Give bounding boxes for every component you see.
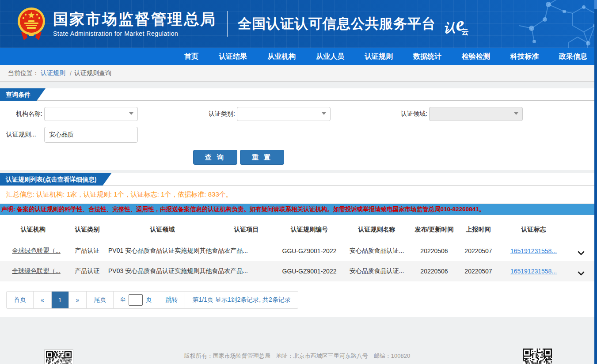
cell-field: PV01 安心品质食品认证实施规则其他食品农产品...: [108, 241, 217, 261]
org-link[interactable]: 全球绿色联盟（...: [12, 247, 61, 254]
renyun-logo-ren: 认: [444, 20, 456, 36]
cert-field-label: 认证领域:: [395, 110, 429, 118]
pagination-next-button[interactable]: »: [69, 292, 87, 308]
cert-field-select: [429, 107, 523, 121]
cell-report-date: 20220507: [457, 261, 499, 281]
pagination-prev-button[interactable]: «: [34, 292, 52, 308]
qr-code-left: [44, 349, 73, 364]
nav-item-inspection[interactable]: 检验检测: [462, 48, 490, 65]
page: 国家市场监督管理总局 State Administration for Mark…: [0, 0, 597, 364]
goto-page-input[interactable]: [129, 294, 143, 306]
org-link[interactable]: 全球绿色联盟（...: [12, 267, 61, 274]
cell-type: 产品认证: [66, 241, 108, 261]
pagination-info: 第1/1页 显示1到2条记录, 共2条记录: [185, 292, 298, 308]
copyright-text: 版权所有：国家市场监督管理总局 地址：北京市西城区三里河东路八号 邮编：1008…: [0, 352, 594, 360]
nav-item-cert-results[interactable]: 认证结果: [219, 48, 247, 65]
pagination-first-button[interactable]: 首页: [7, 292, 34, 308]
goto-label-to: 至: [120, 296, 126, 304]
rule-list-section: 认证规则列表(点击查看详细信息) 汇总信息: 认证机构: 1家，认证规则: 1个…: [0, 173, 597, 317]
search-button[interactable]: 查 询: [193, 150, 237, 165]
col-header-mark: 认证标志: [499, 219, 568, 241]
col-header-org: 认证机构: [0, 219, 66, 241]
summary-info: 汇总信息: 认证机构: 1家，认证规则: 1个，认证标志: 1个，依据标准: 8…: [0, 186, 597, 204]
table-row[interactable]: 全球绿色联盟（... 产品认证 PV01 安心品质食品认证实施规则其他食品农产品…: [0, 241, 594, 261]
site-header: 国家市场监督管理总局 State Administration for Mark…: [0, 0, 597, 48]
col-header-rule-name: 认证规则名称: [342, 219, 411, 241]
renyun-logo: 认 e 云: [444, 15, 469, 37]
rule-name-input[interactable]: [44, 127, 138, 143]
nav-item-home[interactable]: 首页: [184, 48, 198, 65]
reset-button[interactable]: 重 置: [240, 150, 284, 165]
agency-title-cn: 国家市场监督管理总局: [53, 11, 217, 28]
pagination: 首页 « 1 » 尾页 至 页 跳转 第1/1页 显示1到2条记录, 共2条记录: [6, 291, 298, 309]
cell-rule-name: 安心品质食品认证...: [342, 261, 411, 281]
rule-list-tab: 认证规则列表(点击查看详细信息): [0, 173, 111, 186]
nav-item-cert-rules[interactable]: 认证规则: [365, 48, 393, 65]
cell-publish-date: 20220506: [411, 241, 457, 261]
col-header-publish-date: 发布/更新时间: [411, 219, 457, 241]
chevron-down-icon[interactable]: [578, 270, 585, 277]
footer: 版权所有：国家市场监督管理总局 地址：北京市西城区三里河东路八号 邮编：1008…: [0, 338, 594, 364]
table-row[interactable]: 全球绿色联盟（... 产品认证 PV03 安心品质食品认证实施规则其他食品农产品…: [0, 261, 594, 281]
pagination-last-button[interactable]: 尾页: [87, 292, 114, 308]
mark-link[interactable]: 165191231558...: [510, 247, 557, 254]
breadcrumb: 当前位置： 认证规则 / 认证规则查询: [0, 65, 597, 82]
scrollbar-thumb[interactable]: [594, 0, 597, 9]
cert-type-select[interactable]: [237, 107, 331, 121]
query-tab-strip: 查询条件: [0, 88, 597, 101]
qr-code-right: [523, 349, 552, 364]
breadcrumb-label: 当前位置：: [8, 69, 39, 77]
col-header-expand: [568, 219, 594, 241]
query-section: 查询条件 机构名称: 认证类别: 认证领域:: [0, 88, 597, 170]
cell-publish-date: 20220506: [411, 261, 457, 281]
rules-table: 认证机构 认证类别 认证领域 认证项目 认证规则编号 认证规则名称 发布/更新时…: [0, 219, 594, 281]
col-header-type: 认证类别: [66, 219, 108, 241]
pagination-page-1[interactable]: 1: [52, 292, 69, 308]
nav-item-personnel[interactable]: 从业人员: [316, 48, 344, 65]
col-header-rule-no: 认证规则编号: [276, 219, 342, 241]
rule-name-label: 认证规则...: [0, 131, 44, 139]
org-name-select[interactable]: [44, 107, 138, 121]
main-nav: 首页 认证结果 从业机构 从业人员 认证规则 数据统计 检验检测 科技标准 政采…: [0, 48, 597, 65]
nav-item-procurement[interactable]: 政采信息: [559, 48, 587, 65]
query-conditions-tab: 查询条件: [0, 88, 46, 101]
chevron-down-icon: [514, 112, 518, 115]
mark-link[interactable]: 165191231558...: [510, 268, 557, 275]
statement-banner: 声明: 备案的认证规则的科学性、合法性、完整性、适用性，由报送备案信息的认证机构…: [0, 204, 597, 215]
breadcrumb-section-link[interactable]: 认证规则: [41, 69, 65, 77]
org-name-label: 机构名称:: [0, 110, 44, 118]
page-scrollbar[interactable]: [594, 0, 597, 364]
nav-item-institutions[interactable]: 从业机构: [267, 48, 296, 65]
col-header-field: 认证领域: [108, 219, 217, 241]
cell-rule-no: GGU-GZ9001-2022: [276, 261, 342, 281]
cert-type-label: 认证类别:: [203, 110, 237, 118]
chevron-down-icon: [129, 112, 133, 115]
cell-report-date: 20220507: [457, 241, 499, 261]
cell-rule-name: 安心品质食品认证...: [342, 241, 411, 261]
col-header-project: 认证项目: [217, 219, 276, 241]
renyun-logo-e: e: [454, 15, 465, 33]
goto-label-page: 页: [145, 296, 152, 304]
cell-type: 产品认证: [66, 261, 108, 281]
header-divider: [227, 11, 228, 37]
breadcrumb-separator: /: [70, 70, 72, 77]
chevron-down-icon: [322, 112, 326, 115]
breadcrumb-current: 认证规则查询: [74, 69, 111, 77]
nav-item-statistics[interactable]: 数据统计: [413, 48, 441, 65]
nav-item-tech-standards[interactable]: 科技标准: [510, 48, 539, 65]
agency-title-block: 国家市场监督管理总局 State Administration for Mark…: [53, 11, 217, 37]
platform-title: 全国认证认可信息公共服务平台: [238, 15, 436, 33]
agency-title-en: State Administration for Market Regulati…: [53, 30, 217, 37]
query-form: 机构名称: 认证类别: 认证领域: 认证规则..: [0, 101, 597, 170]
table-header-row: 认证机构 认证类别 认证领域 认证项目 认证规则编号 认证规则名称 发布/更新时…: [0, 219, 594, 241]
chevron-down-icon[interactable]: [578, 250, 585, 257]
cell-field: PV03 安心品质食品认证实施规则其他食品农产品...: [108, 261, 217, 281]
cell-rule-no: GGU-GZ9001-2022: [276, 241, 342, 261]
national-emblem-logo: [17, 7, 46, 41]
pagination-jump-button[interactable]: 跳转: [158, 292, 185, 308]
list-tab-strip: 认证规则列表(点击查看详细信息): [0, 173, 597, 186]
col-header-report-date: 上报时间: [457, 219, 499, 241]
